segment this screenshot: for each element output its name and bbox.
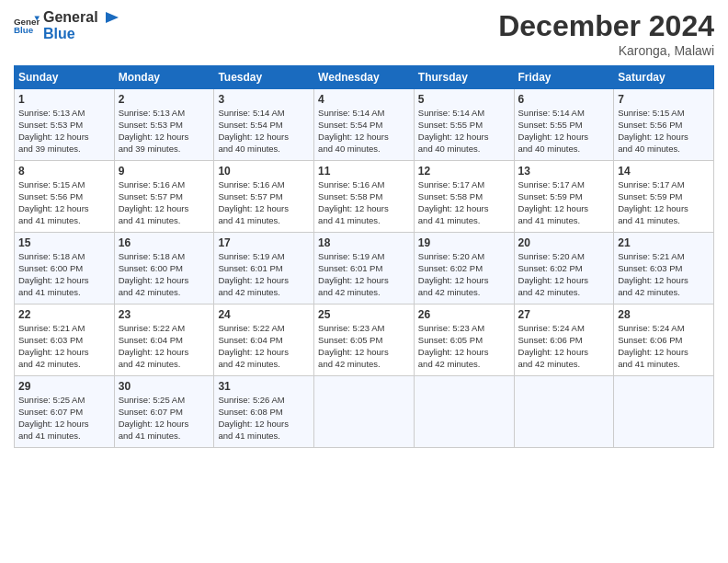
table-row [414,376,514,448]
day-info: Daylight: 12 hours [18,275,110,287]
day-info: Sunrise: 5:25 AM [119,395,210,407]
day-info: and 42 minutes. [318,287,410,299]
logo: General Blue General Blue [14,9,120,41]
location: Karonga, Malawi [498,43,714,58]
day-info: and 41 minutes. [318,215,410,227]
table-row: 5Sunrise: 5:14 AMSunset: 5:55 PMDaylight… [414,89,514,161]
day-info: Sunset: 6:00 PM [18,263,110,275]
day-number: 4 [318,92,410,107]
day-number: 20 [518,236,610,250]
day-info: Daylight: 12 hours [518,132,610,144]
day-info: Sunrise: 5:13 AM [119,108,210,120]
day-number: 3 [218,92,310,107]
day-info: and 41 minutes. [18,215,110,227]
day-info: and 42 minutes. [218,359,310,371]
col-wednesday: Wednesday [314,66,415,89]
month-title: December 2024 [498,9,714,43]
day-info: Sunset: 6:08 PM [218,407,310,419]
day-info: Daylight: 12 hours [119,419,210,431]
table-row: 12Sunrise: 5:17 AMSunset: 5:58 PMDayligh… [414,161,514,233]
table-row: 21Sunrise: 5:21 AMSunset: 6:03 PMDayligh… [614,233,714,304]
day-number: 1 [18,92,110,107]
day-info: Sunset: 5:55 PM [418,120,510,132]
day-number: 16 [119,236,210,250]
day-number: 24 [218,307,310,322]
table-row: 22Sunrise: 5:21 AMSunset: 6:03 PMDayligh… [15,304,115,376]
day-number: 10 [218,164,310,178]
table-row: 11Sunrise: 5:16 AMSunset: 5:58 PMDayligh… [314,161,415,233]
day-info: Sunset: 5:56 PM [18,191,110,203]
day-info: Daylight: 12 hours [318,347,410,359]
day-info: Sunset: 6:07 PM [119,407,210,419]
day-number: 13 [518,164,610,178]
day-number: 29 [18,379,110,394]
day-info: Daylight: 12 hours [318,275,410,287]
day-info: Sunrise: 5:14 AM [518,108,610,120]
day-info: Sunset: 6:04 PM [218,335,310,347]
logo-icon: General Blue [14,13,40,39]
day-info: Sunset: 6:05 PM [418,335,510,347]
day-info: Sunrise: 5:15 AM [18,179,110,191]
day-number: 28 [618,307,710,322]
day-info: and 41 minutes. [119,431,210,442]
day-info: Daylight: 12 hours [119,275,210,287]
day-info: Sunset: 6:00 PM [119,263,210,275]
calendar-row: 15Sunrise: 5:18 AMSunset: 6:00 PMDayligh… [15,233,714,304]
day-info: Sunset: 5:53 PM [18,120,110,132]
day-info: Sunset: 5:59 PM [518,191,610,203]
table-row: 20Sunrise: 5:20 AMSunset: 6:02 PMDayligh… [514,233,614,304]
day-info: Sunset: 5:57 PM [218,191,310,203]
day-info: and 42 minutes. [518,359,610,371]
day-info: Daylight: 12 hours [318,132,410,144]
day-number: 11 [318,164,410,178]
day-info: Sunset: 5:54 PM [218,120,310,132]
table-row: 29Sunrise: 5:25 AMSunset: 6:07 PMDayligh… [15,376,115,448]
day-info: Sunset: 6:03 PM [18,335,110,347]
day-info: and 40 minutes. [418,144,510,155]
table-row: 7Sunrise: 5:15 AMSunset: 5:56 PMDaylight… [614,89,714,161]
day-info: Sunset: 6:06 PM [518,335,610,347]
day-info: Sunset: 5:53 PM [119,120,210,132]
day-info: Daylight: 12 hours [418,203,510,215]
table-row: 24Sunrise: 5:22 AMSunset: 6:04 PMDayligh… [214,304,314,376]
day-number: 6 [518,92,610,107]
table-row: 17Sunrise: 5:19 AMSunset: 6:01 PMDayligh… [214,233,314,304]
table-row: 3Sunrise: 5:14 AMSunset: 5:54 PMDaylight… [214,89,314,161]
day-info: Sunset: 6:07 PM [18,407,110,419]
day-info: Daylight: 12 hours [218,275,310,287]
header: General Blue General Blue December 2024 … [14,9,714,58]
day-number: 15 [18,236,110,250]
day-info: and 42 minutes. [18,359,110,371]
day-info: Sunset: 6:06 PM [618,335,710,347]
logo-text-general: General [43,9,98,26]
day-info: Sunrise: 5:16 AM [218,179,310,191]
header-row: Sunday Monday Tuesday Wednesday Thursday… [15,66,714,89]
day-info: Daylight: 12 hours [518,275,610,287]
day-number: 30 [119,379,210,394]
day-info: and 41 minutes. [119,215,210,227]
day-number: 25 [318,307,410,322]
day-info: Sunrise: 5:16 AM [119,179,210,191]
day-info: Sunrise: 5:22 AM [218,323,310,335]
day-info: Sunrise: 5:20 AM [518,251,610,263]
table-row: 15Sunrise: 5:18 AMSunset: 6:00 PMDayligh… [15,233,115,304]
day-info: Sunrise: 5:19 AM [218,251,310,263]
day-info: Daylight: 12 hours [218,203,310,215]
day-info: Daylight: 12 hours [119,203,210,215]
table-row: 10Sunrise: 5:16 AMSunset: 5:57 PMDayligh… [214,161,314,233]
day-number: 5 [418,92,510,107]
day-info: Sunrise: 5:14 AM [218,108,310,120]
day-info: Sunrise: 5:16 AM [318,179,410,191]
table-row: 26Sunrise: 5:23 AMSunset: 6:05 PMDayligh… [414,304,514,376]
day-info: Daylight: 12 hours [119,347,210,359]
col-monday: Monday [114,66,214,89]
day-info: Sunset: 5:56 PM [618,120,710,132]
day-number: 18 [318,236,410,250]
table-row: 9Sunrise: 5:16 AMSunset: 5:57 PMDaylight… [114,161,214,233]
day-info: Sunrise: 5:24 AM [618,323,710,335]
table-row: 27Sunrise: 5:24 AMSunset: 6:06 PMDayligh… [514,304,614,376]
day-number: 8 [18,164,110,178]
table-row: 2Sunrise: 5:13 AMSunset: 5:53 PMDaylight… [114,89,214,161]
day-number: 7 [618,92,710,107]
table-row [514,376,614,448]
